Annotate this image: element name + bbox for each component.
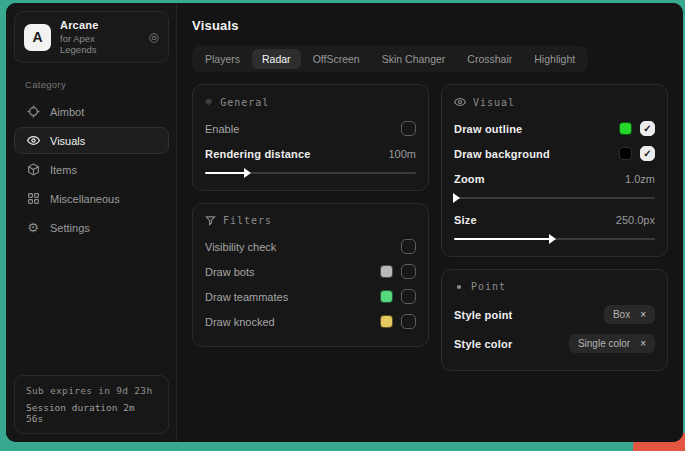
slider-thumb[interactable] [549, 234, 556, 244]
draw-knocked-color-swatch[interactable] [380, 315, 393, 328]
sidebar-nav: Aimbot Visuals Items [6, 98, 176, 241]
panel-point: Point Style point Box × Style color Sing… [441, 269, 668, 371]
draw-teammates-label: Draw teammates [205, 291, 372, 303]
dot-icon [454, 282, 464, 292]
style-point-label: Style point [454, 309, 596, 321]
enable-checkbox[interactable] [401, 121, 416, 136]
panel-title: Point [471, 281, 506, 292]
sidebar-item-visuals[interactable]: Visuals [14, 127, 169, 154]
sidebar-header-card: A Arcane for Apex Legends ◎ [14, 11, 169, 63]
draw-bots-label: Draw bots [205, 266, 372, 278]
draw-outline-checkbox[interactable]: ✓ [640, 121, 655, 136]
panel-title: General [220, 97, 269, 108]
app-subtitle: for Apex Legends [60, 33, 131, 55]
style-color-select[interactable]: Single color × [569, 334, 655, 353]
enable-label: Enable [205, 123, 393, 135]
style-point-select[interactable]: Box × [604, 305, 655, 324]
sidebar-item-label: Aimbot [50, 106, 84, 118]
draw-background-label: Draw background [454, 148, 611, 160]
zoom-slider[interactable] [454, 194, 655, 202]
sidebar-item-label: Miscellaneous [50, 193, 120, 205]
eye-icon [454, 96, 466, 108]
slider-thumb[interactable] [453, 193, 460, 203]
rendering-distance-label: Rendering distance [205, 148, 380, 160]
panel-title: Filters [223, 215, 272, 226]
size-value: 250.0px [616, 214, 655, 226]
eye-icon [26, 134, 40, 148]
rendering-distance-value: 100m [388, 148, 416, 160]
draw-background-color-swatch[interactable] [619, 147, 632, 160]
sun-icon: ☼ [205, 96, 213, 108]
draw-teammates-checkbox[interactable] [401, 289, 416, 304]
funnel-icon [205, 215, 216, 226]
rendering-distance-slider[interactable] [205, 169, 416, 177]
sidebar-item-aimbot[interactable]: Aimbot [14, 98, 169, 125]
size-slider[interactable] [454, 235, 655, 243]
sidebar-item-label: Items [50, 164, 77, 176]
draw-bots-checkbox[interactable] [401, 264, 416, 279]
panel-general: ☼ General Enable Rendering distance 100m [192, 84, 429, 191]
panel-title: Visual [473, 97, 515, 108]
gear-icon: ⚙ [26, 221, 40, 235]
sub-expires-text: Sub expires in 9d 23h [26, 385, 157, 396]
check-icon: ✓ [643, 124, 651, 134]
close-icon[interactable]: × [640, 310, 646, 320]
tab-players[interactable]: Players [195, 49, 250, 69]
page-title: Visuals [192, 18, 668, 33]
grid-icon [26, 192, 40, 206]
sidebar-item-settings[interactable]: ⚙ Settings [14, 214, 169, 241]
slider-thumb[interactable] [244, 168, 251, 178]
tab-offscreen[interactable]: OffScreen [303, 49, 370, 69]
draw-background-checkbox[interactable]: ✓ [640, 146, 655, 161]
category-label: Category [25, 79, 176, 90]
visuals-tabbar: Players Radar OffScreen Skin Changer Cro… [192, 46, 588, 72]
sidebar-item-label: Visuals [50, 135, 85, 147]
sidebar-item-items[interactable]: Items [14, 156, 169, 183]
sidebar-item-label: Settings [50, 222, 90, 234]
panel-visual: Visual Draw outline ✓ Draw background ✓ [441, 84, 668, 257]
zoom-value: 1.0zm [625, 173, 655, 185]
main-content: Visuals Players Radar OffScreen Skin Cha… [177, 3, 683, 442]
draw-outline-color-swatch[interactable] [619, 122, 632, 135]
zoom-label: Zoom [454, 173, 617, 185]
session-duration-text: Session duration 2m 56s [26, 402, 157, 424]
package-icon [26, 163, 40, 177]
draw-knocked-checkbox[interactable] [401, 314, 416, 329]
close-icon[interactable]: × [640, 339, 646, 349]
visibility-check-checkbox[interactable] [401, 239, 416, 254]
target-icon[interactable]: ◎ [149, 31, 159, 43]
panel-filters: Filters Visibility check Draw bots Draw … [192, 203, 429, 347]
sidebar: A Arcane for Apex Legends ◎ Category Aim… [6, 3, 177, 442]
subscription-info-card: Sub expires in 9d 23h Session duration 2… [14, 375, 169, 434]
tab-crosshair[interactable]: Crosshair [457, 49, 522, 69]
app-name: Arcane [60, 19, 131, 31]
draw-bots-color-swatch[interactable] [380, 265, 393, 278]
draw-outline-label: Draw outline [454, 123, 611, 135]
size-label: Size [454, 214, 608, 226]
draw-teammates-color-swatch[interactable] [380, 290, 393, 303]
style-color-value: Single color [578, 338, 630, 349]
tab-radar[interactable]: Radar [252, 49, 301, 69]
sidebar-item-miscellaneous[interactable]: Miscellaneous [14, 185, 169, 212]
draw-knocked-label: Draw knocked [205, 316, 372, 328]
tab-skin-changer[interactable]: Skin Changer [372, 49, 456, 69]
style-point-value: Box [613, 309, 630, 320]
app-logo: A [24, 24, 51, 51]
style-color-label: Style color [454, 338, 561, 350]
check-icon: ✓ [643, 149, 651, 159]
crosshair-icon [26, 105, 40, 119]
visibility-check-label: Visibility check [205, 241, 393, 253]
app-window: A Arcane for Apex Legends ◎ Category Aim… [6, 3, 683, 442]
tab-highlight[interactable]: Highlight [524, 49, 585, 69]
